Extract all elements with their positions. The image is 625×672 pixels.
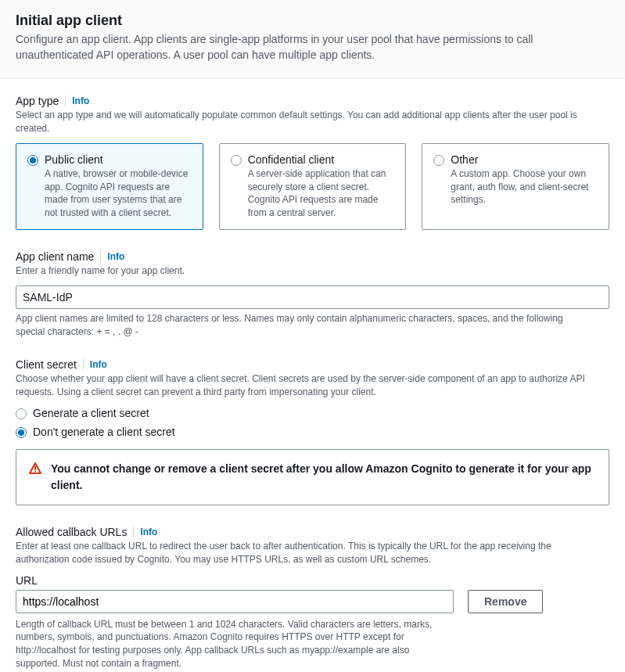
tile-desc: A native, browser or mobile-device app. … (45, 167, 192, 220)
client-secret-option-dont-generate[interactable]: Don't generate a client secret (16, 426, 609, 438)
callback-url-input[interactable] (16, 590, 454, 613)
radio-icon (231, 155, 242, 166)
section-client-secret: Client secret Info Choose whether your a… (16, 358, 609, 505)
client-secret-info-link[interactable]: Info (90, 359, 107, 370)
callback-urls-description: Enter at least one callback URL to redir… (16, 540, 594, 566)
section-app-type: App type Info Select an app type and we … (16, 95, 609, 230)
section-callback-urls: Allowed callback URLs Info Enter at leas… (16, 526, 609, 670)
app-type-label: App type (16, 95, 59, 107)
app-client-name-info-link[interactable]: Info (107, 251, 124, 262)
app-type-info-link[interactable]: Info (72, 95, 89, 106)
app-client-name-description: Enter a friendly name for your app clien… (16, 264, 594, 278)
section-app-client-name: App client name Info Enter a friendly na… (16, 250, 609, 338)
client-secret-option-generate[interactable]: Generate a client secret (16, 407, 609, 419)
app-type-option-other[interactable]: Other A custom app. Choose your own gran… (422, 143, 609, 230)
tile-desc: A server-side application that can secur… (248, 167, 395, 220)
app-client-name-label: App client name (16, 250, 94, 263)
page-title: Initial app client (16, 13, 609, 29)
client-secret-warning: You cannot change or remove a client sec… (16, 449, 609, 505)
divider (100, 251, 101, 262)
client-secret-description: Choose whether your app client will have… (16, 372, 594, 399)
radio-icon (16, 427, 27, 438)
divider (65, 95, 66, 106)
radio-label: Generate a client secret (33, 407, 149, 419)
callback-urls-label: Allowed callback URLs (16, 526, 127, 538)
app-type-option-confidential[interactable]: Confidential client A server-side applic… (219, 143, 407, 230)
tile-desc: A custom app. Choose your own grant, aut… (451, 167, 598, 207)
page-description: Configure an app client. App clients are… (16, 32, 594, 63)
divider (133, 526, 134, 537)
radio-icon (16, 408, 27, 419)
app-client-name-input[interactable] (16, 286, 609, 309)
radio-icon (27, 155, 38, 166)
svg-point-1 (34, 470, 36, 472)
tile-title: Confidential client (248, 153, 395, 166)
radio-icon (433, 155, 444, 166)
divider (83, 359, 84, 370)
tile-title: Other (451, 153, 598, 166)
radio-label: Don't generate a client secret (33, 426, 175, 438)
callback-url-helper: Length of callback URL must be between 1… (16, 618, 454, 670)
warning-text: You cannot change or remove a client sec… (51, 461, 596, 494)
client-secret-label: Client secret (16, 358, 77, 371)
tile-title: Public client (45, 153, 192, 166)
app-type-description: Select an app type and we will automatic… (16, 109, 594, 135)
url-field-label: URL (16, 574, 609, 587)
remove-url-button[interactable]: Remove (468, 590, 543, 613)
app-client-name-helper: App client names are limited to 128 char… (16, 312, 594, 339)
callback-urls-info-link[interactable]: Info (140, 526, 157, 537)
app-type-option-public[interactable]: Public client A native, browser or mobil… (16, 143, 203, 230)
warning-triangle-icon (29, 462, 41, 477)
